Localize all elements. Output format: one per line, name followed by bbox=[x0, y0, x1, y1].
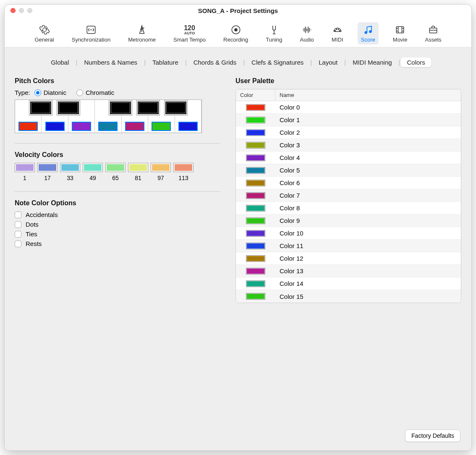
tab-label: MIDI bbox=[332, 37, 343, 43]
color-swatch[interactable] bbox=[246, 255, 265, 262]
subtab-clefs-signatures[interactable]: Clefs & Signatures bbox=[246, 58, 309, 67]
color-swatch[interactable] bbox=[152, 122, 171, 131]
tab-label: Smart Tempo bbox=[173, 37, 206, 43]
color-swatch[interactable] bbox=[105, 163, 126, 172]
tab-label: Synchronization bbox=[72, 37, 111, 43]
velocity-item: 17 bbox=[37, 163, 58, 181]
white-key[interactable] bbox=[122, 100, 148, 133]
color-swatch[interactable] bbox=[173, 163, 194, 172]
tab-synchronization[interactable]: Synchronization bbox=[68, 22, 114, 44]
color-swatch[interactable] bbox=[15, 163, 35, 172]
checkbox-icon bbox=[15, 231, 21, 238]
table-row[interactable]: Color 9 bbox=[236, 214, 461, 227]
color-swatch[interactable] bbox=[246, 180, 265, 186]
subtab-layout[interactable]: Layout bbox=[313, 58, 343, 67]
subtab-midi-meaning[interactable]: MIDI Meaning bbox=[347, 58, 398, 67]
tab-recording[interactable]: Recording bbox=[220, 22, 251, 44]
color-name: Color 14 bbox=[275, 280, 461, 287]
color-swatch[interactable] bbox=[125, 122, 144, 131]
velocity-item: 65 bbox=[105, 163, 126, 181]
tab-general[interactable]: General bbox=[31, 22, 57, 44]
color-swatch[interactable] bbox=[246, 293, 265, 300]
color-swatch[interactable] bbox=[246, 167, 265, 174]
table-row[interactable]: Color 10 bbox=[236, 227, 461, 240]
subtab-numbers-names[interactable]: Numbers & Names bbox=[78, 58, 143, 67]
checkbox-accidentals[interactable]: Accidentals bbox=[15, 211, 220, 218]
tab-score[interactable]: Score bbox=[358, 22, 379, 44]
color-swatch[interactable] bbox=[246, 217, 265, 224]
tab-tuning[interactable]: Tuning bbox=[262, 22, 285, 44]
color-swatch[interactable] bbox=[98, 122, 118, 131]
svg-point-6 bbox=[339, 30, 340, 31]
table-row[interactable]: Color 14 bbox=[236, 277, 461, 290]
checkbox-rests[interactable]: Rests bbox=[15, 240, 220, 247]
white-key[interactable] bbox=[15, 100, 42, 133]
table-row[interactable]: Color 5 bbox=[236, 164, 461, 177]
tab-movie[interactable]: Movie bbox=[390, 22, 411, 44]
color-swatch[interactable] bbox=[246, 230, 265, 237]
tab-smart-tempo[interactable]: 120 AUTO Smart Tempo bbox=[170, 22, 209, 44]
titlebar: SONG_A - Project Settings bbox=[5, 5, 471, 16]
color-swatch[interactable] bbox=[45, 122, 65, 131]
velocity-colors-heading: Velocity Colors bbox=[15, 151, 220, 159]
color-swatch[interactable] bbox=[246, 280, 265, 287]
color-swatch[interactable] bbox=[246, 268, 265, 275]
radio-text: Chromatic bbox=[86, 89, 114, 96]
white-key[interactable] bbox=[175, 100, 201, 133]
white-key[interactable] bbox=[42, 100, 68, 133]
color-name: Color 15 bbox=[275, 293, 461, 300]
radio-diatonic[interactable]: Diatonic bbox=[34, 89, 66, 96]
table-row[interactable]: Color 4 bbox=[236, 152, 461, 164]
color-swatch[interactable] bbox=[246, 117, 265, 123]
table-row[interactable]: Color 7 bbox=[236, 189, 461, 202]
settings-window: SONG_A - Project Settings General Synchr… bbox=[4, 4, 472, 451]
table-row[interactable]: Color 15 bbox=[236, 290, 461, 303]
color-swatch[interactable] bbox=[246, 192, 265, 199]
color-name: Color 0 bbox=[275, 104, 461, 111]
color-swatch[interactable] bbox=[246, 142, 265, 149]
color-swatch[interactable] bbox=[83, 163, 103, 172]
subtab-global[interactable]: Global bbox=[45, 58, 75, 67]
tab-audio[interactable]: Audio bbox=[297, 22, 317, 44]
white-key[interactable] bbox=[148, 100, 175, 133]
subtab-chords-grids[interactable]: Chords & Grids bbox=[188, 58, 243, 67]
color-swatch[interactable] bbox=[246, 129, 265, 136]
velocity-item: 33 bbox=[60, 163, 80, 181]
table-row[interactable]: Color 3 bbox=[236, 139, 461, 152]
tab-metronome[interactable]: Metronome bbox=[125, 22, 159, 44]
note-color-options-heading: Note Color Options bbox=[15, 199, 220, 207]
color-swatch[interactable] bbox=[60, 163, 80, 172]
table-row[interactable]: Color 2 bbox=[236, 126, 461, 139]
color-swatch[interactable] bbox=[37, 163, 58, 172]
color-swatch[interactable] bbox=[246, 205, 265, 212]
subtab-tablature[interactable]: Tablature bbox=[146, 58, 184, 67]
checkbox-dots[interactable]: Dots bbox=[15, 221, 220, 228]
color-swatch[interactable] bbox=[128, 163, 148, 172]
tab-midi[interactable]: MIDI bbox=[328, 22, 347, 44]
color-swatch[interactable] bbox=[72, 122, 91, 131]
color-swatch[interactable] bbox=[246, 154, 265, 161]
velocity-item: 81 bbox=[128, 163, 148, 181]
color-swatch[interactable] bbox=[178, 122, 198, 131]
white-key[interactable] bbox=[68, 100, 95, 133]
color-swatch[interactable] bbox=[18, 122, 38, 131]
table-row[interactable]: Color 8 bbox=[236, 202, 461, 214]
subtab-colors[interactable]: Colors bbox=[401, 58, 431, 67]
factory-defaults-button[interactable]: Factory Defaults bbox=[405, 429, 460, 442]
color-swatch[interactable] bbox=[246, 243, 265, 249]
table-row[interactable]: Color 1 bbox=[236, 114, 461, 126]
column-header-color[interactable]: Color bbox=[236, 89, 275, 101]
table-row[interactable]: Color 0 bbox=[236, 101, 461, 114]
table-row[interactable]: Color 12 bbox=[236, 252, 461, 265]
table-row[interactable]: Color 6 bbox=[236, 177, 461, 189]
color-swatch[interactable] bbox=[246, 104, 265, 111]
checkbox-ties[interactable]: Ties bbox=[15, 230, 220, 238]
table-row[interactable]: Color 13 bbox=[236, 265, 461, 277]
column-header-name[interactable]: Name bbox=[275, 89, 461, 101]
radio-chromatic[interactable]: Chromatic bbox=[76, 89, 114, 96]
tab-assets[interactable]: Assets bbox=[422, 22, 445, 44]
color-swatch[interactable] bbox=[151, 163, 171, 172]
white-key[interactable] bbox=[95, 100, 121, 133]
table-row[interactable]: Color 11 bbox=[236, 240, 461, 252]
svg-point-3 bbox=[335, 30, 335, 31]
